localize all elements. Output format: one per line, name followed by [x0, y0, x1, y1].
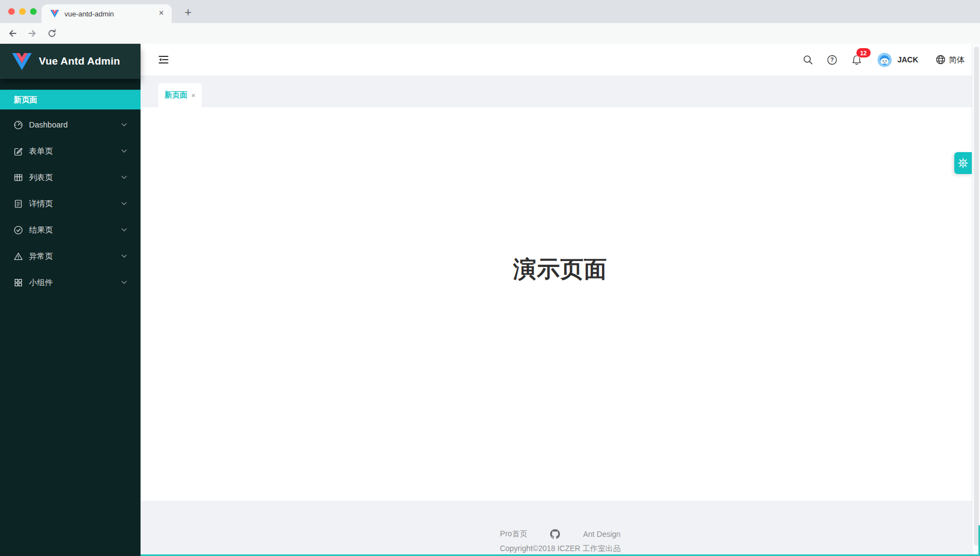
page-content: 演示页面 — [141, 107, 980, 501]
sidebar-item-detail[interactable]: 详情页 — [0, 193, 141, 215]
github-icon[interactable] — [550, 529, 560, 539]
language-label[interactable]: 简体 — [949, 55, 965, 65]
page-tabs-bar: 新页面 × — [141, 76, 980, 107]
chevron-down-icon — [121, 202, 127, 205]
footer-links: Pro首页 Ant Design — [500, 529, 620, 539]
app-root: Vue Antd Admin 新页面 Dashboard 表单页 — [0, 44, 980, 556]
chevron-down-icon — [121, 281, 127, 284]
sidebar-item-label: 结果页 — [29, 225, 53, 235]
sidebar-item-result[interactable]: 结果页 — [0, 219, 141, 241]
table-icon — [14, 173, 23, 182]
window-close-button[interactable] — [8, 8, 15, 15]
sidebar-item-form[interactable]: 表单页 — [0, 140, 141, 162]
sidebar: Vue Antd Admin 新页面 Dashboard 表单页 — [0, 44, 141, 556]
sidebar-item-widgets[interactable]: 小组件 — [0, 271, 141, 293]
footer-link-ant-design[interactable]: Ant Design — [583, 530, 620, 538]
menu-fold-icon[interactable] — [157, 53, 170, 66]
chevron-down-icon — [121, 149, 127, 153]
sidebar-item-label: 详情页 — [29, 199, 53, 209]
svg-text:?: ? — [830, 56, 833, 63]
page-tab-label: 新页面 — [165, 90, 188, 100]
back-icon[interactable] — [8, 28, 18, 38]
sidebar-item-table[interactable]: 列表页 — [0, 166, 141, 188]
browser-tab[interactable]: vue-antd-admin × — [42, 4, 172, 23]
gear-icon — [958, 158, 969, 169]
browser-tabstrip: vue-antd-admin × + — [0, 0, 980, 23]
sidebar-item-label: 小组件 — [29, 277, 53, 288]
page-title: 演示页面 — [514, 254, 608, 501]
window-minimize-button[interactable] — [19, 8, 26, 15]
page-tab-active[interactable]: 新页面 × — [158, 83, 202, 107]
page-tab-close-icon[interactable]: × — [191, 91, 196, 100]
globe-icon[interactable] — [936, 55, 946, 65]
favicon-vue-icon — [50, 10, 59, 18]
block-icon — [14, 278, 23, 287]
new-tab-button[interactable]: + — [180, 5, 196, 21]
sidebar-item-dashboard[interactable]: Dashboard — [0, 114, 141, 136]
browser-toolbar: localhost:8080/#/newPage 文 ☆ h ⋮ — [0, 23, 980, 44]
notification-bell-icon[interactable]: 12 — [851, 54, 862, 65]
vue-logo-icon — [12, 53, 32, 70]
sidebar-item-exception[interactable]: 异常页 — [0, 245, 141, 267]
sidebar-menu: 新页面 Dashboard 表单页 列表页 — [0, 79, 141, 293]
browser-tab-title: vue-antd-admin — [65, 10, 156, 18]
warning-icon — [14, 252, 23, 261]
app-logo[interactable]: Vue Antd Admin — [0, 44, 141, 79]
footer-copyright: Copyright©2018 ICZER 工作室出品 — [500, 544, 621, 554]
check-circle-icon — [14, 225, 23, 235]
app-header: ? 12 JACK 简体 — [141, 44, 980, 76]
sidebar-item-label: 异常页 — [29, 251, 53, 262]
notification-badge: 12 — [856, 48, 871, 57]
tab-close-icon[interactable]: × — [156, 9, 166, 19]
chevron-down-icon — [121, 254, 127, 258]
profile-icon — [14, 199, 23, 208]
search-icon[interactable] — [803, 55, 813, 65]
page-footer: Pro首页 Ant Design Copyright©2018 ICZER 工作… — [141, 501, 980, 556]
username-label[interactable]: JACK — [897, 55, 918, 64]
form-icon — [14, 147, 23, 156]
chevron-down-icon — [121, 176, 127, 179]
scrollbar-thumb[interactable] — [974, 47, 979, 546]
user-avatar[interactable] — [877, 53, 892, 67]
forward-icon[interactable] — [27, 28, 37, 38]
chevron-down-icon — [121, 228, 127, 231]
dashboard-icon — [14, 120, 23, 130]
app-title: Vue Antd Admin — [39, 55, 120, 67]
window-zoom-button[interactable] — [30, 8, 37, 15]
header-actions: ? 12 JACK 简体 — [803, 44, 965, 76]
scrollbar-track[interactable] — [972, 44, 980, 556]
sidebar-item-label: 表单页 — [29, 146, 53, 157]
reload-icon[interactable] — [47, 28, 57, 38]
settings-drawer-button[interactable] — [954, 152, 972, 174]
chevron-down-icon — [121, 123, 127, 126]
sidebar-item-new-page[interactable]: 新页面 — [0, 90, 141, 109]
sidebar-item-label: 列表页 — [29, 172, 53, 183]
footer-link-pro-home[interactable]: Pro首页 — [500, 529, 527, 539]
sidebar-item-label: Dashboard — [29, 120, 68, 129]
help-icon[interactable]: ? — [827, 55, 837, 65]
